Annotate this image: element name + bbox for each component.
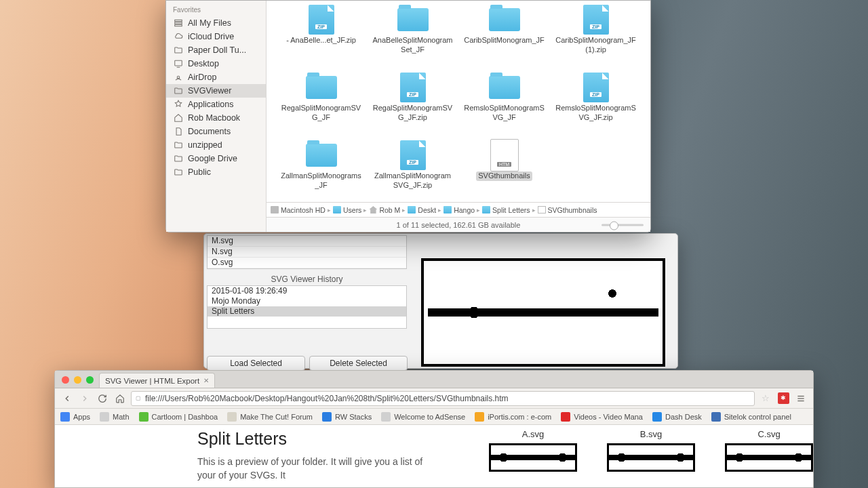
file-item[interactable]: RemsloSplitMonogramSVG_JF bbox=[460, 74, 548, 135]
folder-icon bbox=[397, 8, 429, 31]
chevron-right-icon: ▸ bbox=[438, 207, 441, 214]
path-label: SVGthumbnails bbox=[548, 206, 597, 214]
path-segment[interactable]: Split Letters bbox=[482, 206, 530, 214]
list-item[interactable]: Split Letters bbox=[208, 306, 406, 317]
zip-icon: ZIP bbox=[583, 73, 609, 102]
file-item[interactable]: ZIP- AnaBelle...et_JF.zip bbox=[277, 6, 365, 67]
sidebar-item-google-drive[interactable]: Google Drive bbox=[166, 152, 266, 165]
svg-thumbnail[interactable]: B.svg bbox=[607, 429, 695, 487]
file-item[interactable]: ZIPRemsloSplitMonogramSVG_JF.zip bbox=[552, 74, 639, 135]
load-selected-button[interactable]: Load Selected bbox=[207, 356, 305, 371]
file-list[interactable]: M.svg N.svg O.svg bbox=[207, 235, 407, 269]
sidebar-item-label: AirDrop bbox=[188, 73, 216, 82]
path-segment[interactable]: Users bbox=[333, 206, 361, 214]
tab-bar: SVG Viewer | HTML Export ✕ bbox=[55, 371, 813, 388]
path-segment[interactable]: Macintosh HD bbox=[271, 206, 326, 214]
file-label: - AnaBelle...et_JF.zip bbox=[286, 36, 356, 45]
sidebar-item-paper-doll-tu-[interactable]: Paper Doll Tu... bbox=[166, 43, 266, 57]
all-icon bbox=[173, 18, 184, 28]
folder-icon bbox=[173, 86, 184, 96]
file-item[interactable]: ZIPCaribSplitMonogram_JF (1).zip bbox=[552, 6, 639, 67]
svg-thumbnail[interactable]: C.svg bbox=[725, 429, 813, 487]
file-item[interactable]: ZIPRegalSplitMonogramSVG_JF.zip bbox=[369, 74, 456, 135]
path-icon bbox=[482, 206, 490, 214]
address-bar[interactable]: ▢ file:///Users/Rob%20Macbook/Desktop/Ha… bbox=[131, 391, 755, 406]
file-label: AnaBelleSplitMonogramSet_JF bbox=[372, 36, 454, 55]
path-label: Deskt bbox=[418, 206, 436, 214]
favicon bbox=[60, 412, 70, 422]
reload-button[interactable] bbox=[96, 392, 109, 405]
bookmark-label: Welcome to AdSense bbox=[394, 413, 465, 421]
sidebar-item-desktop[interactable]: Desktop bbox=[166, 57, 266, 70]
sidebar-item-label: Google Drive bbox=[188, 154, 237, 163]
bookmark-item[interactable]: Videos - Video Mana bbox=[561, 412, 643, 422]
sidebar-item-airdrop[interactable]: AirDrop bbox=[166, 70, 266, 84]
list-item[interactable]: 2015-01-08 19:26:49 bbox=[208, 286, 406, 296]
path-segment[interactable]: Rob M bbox=[369, 206, 400, 214]
menu-button[interactable] bbox=[794, 392, 808, 405]
bookmark-item[interactable]: Math bbox=[100, 412, 129, 422]
delete-selected-button[interactable]: Delete Selected bbox=[309, 356, 408, 371]
back-button[interactable] bbox=[60, 392, 74, 405]
path-segment[interactable]: SVGthumbnails bbox=[538, 206, 597, 214]
close-tab-icon[interactable]: ✕ bbox=[203, 377, 209, 384]
file-item[interactable]: ZallmanSplitMonograms_JF bbox=[277, 142, 365, 202]
sidebar-item-all-my-files[interactable]: All My Files bbox=[166, 16, 266, 30]
path-segment[interactable]: Deskt bbox=[408, 206, 436, 214]
maximize-icon[interactable] bbox=[86, 376, 94, 384]
folder-icon bbox=[173, 45, 184, 55]
file-item[interactable]: RegalSplitMonogramSVG_JF bbox=[277, 74, 365, 135]
sidebar-item-label: Desktop bbox=[188, 59, 219, 68]
sidebar-item-rob-macbook[interactable]: Rob Macbook bbox=[166, 111, 266, 125]
bookmark-item[interactable]: Apps bbox=[60, 412, 90, 422]
bookmark-item[interactable]: RW Stacks bbox=[322, 412, 372, 422]
path-segment[interactable]: Hango bbox=[443, 206, 475, 214]
path-bar[interactable]: Macintosh HD▸Users▸Rob M▸Deskt▸Hango▸Spl… bbox=[267, 202, 650, 217]
app-icon bbox=[173, 100, 184, 109]
chevron-right-icon: ▸ bbox=[477, 207, 480, 214]
bookmark-item[interactable]: Sitelok control panel bbox=[711, 412, 791, 422]
sidebar-item-svgviewer[interactable]: SVGViewer bbox=[166, 84, 266, 98]
icon-size-slider[interactable] bbox=[601, 224, 644, 226]
file-label: ZallmanSplitMonogramSVG_JF.zip bbox=[372, 171, 454, 190]
thumbnail-image bbox=[607, 443, 695, 472]
sidebar-item-icloud-drive[interactable]: iCloud Drive bbox=[166, 30, 266, 43]
bookmark-star-icon[interactable]: ☆ bbox=[759, 392, 772, 405]
file-item[interactable]: CaribSplitMonogram_JF bbox=[460, 6, 548, 67]
favicon bbox=[322, 412, 332, 422]
extension-icon[interactable]: ✱ bbox=[776, 392, 790, 405]
favicon bbox=[100, 412, 109, 422]
forward-button[interactable] bbox=[78, 392, 92, 405]
bookmark-item[interactable]: Welcome to AdSense bbox=[381, 412, 465, 422]
bookmark-item[interactable]: Dash Desk bbox=[652, 412, 702, 422]
home-button[interactable] bbox=[113, 392, 127, 405]
list-item[interactable]: Mojo Monday bbox=[208, 296, 406, 306]
minimize-icon[interactable] bbox=[74, 376, 81, 384]
path-label: Hango bbox=[454, 206, 475, 214]
sidebar-item-applications[interactable]: Applications bbox=[166, 98, 266, 111]
window-controls[interactable] bbox=[60, 376, 99, 388]
file-item[interactable]: AnaBelleSplitMonogramSet_JF bbox=[369, 6, 456, 67]
finder-icon-grid[interactable]: ZIP- AnaBelle...et_JF.zipAnaBelleSplitMo… bbox=[267, 1, 650, 202]
bookmark-item[interactable]: Cartloom | Dashboa bbox=[139, 412, 218, 422]
sidebar-item-documents[interactable]: Documents bbox=[166, 125, 266, 138]
bookmark-item[interactable]: Make The Cut! Forum bbox=[227, 412, 313, 422]
favicon bbox=[227, 412, 237, 422]
file-item[interactable]: ZIPZallmanSplitMonogramSVG_JF.zip bbox=[369, 142, 456, 202]
chrome-window: SVG Viewer | HTML Export ✕ ▢ file:///Use… bbox=[54, 370, 814, 488]
list-item[interactable]: N.svg bbox=[208, 247, 406, 258]
bookmark-item[interactable]: iPortis.com : e-com bbox=[475, 412, 551, 422]
list-item[interactable]: O.svg bbox=[208, 258, 406, 268]
svg-thumbnail[interactable]: A.svg bbox=[489, 429, 577, 487]
history-list[interactable]: 2015-01-08 19:26:49 Mojo Monday Split Le… bbox=[207, 285, 407, 329]
list-item[interactable]: M.svg bbox=[208, 236, 406, 247]
page-description: This is a preview of your folder. It wil… bbox=[197, 455, 441, 482]
browser-tab[interactable]: SVG Viewer | HTML Export ✕ bbox=[99, 373, 215, 388]
sidebar-item-public[interactable]: Public bbox=[166, 165, 266, 179]
bookmarks-bar[interactable]: AppsMathCartloom | DashboaMake The Cut! … bbox=[55, 409, 813, 425]
sidebar-item-unzipped[interactable]: unzipped bbox=[166, 138, 266, 152]
favicon bbox=[652, 412, 662, 422]
file-item[interactable]: HTMSVGthumbnails bbox=[460, 142, 548, 202]
tab-title: SVG Viewer | HTML Export bbox=[105, 377, 199, 385]
close-icon[interactable] bbox=[62, 376, 69, 384]
